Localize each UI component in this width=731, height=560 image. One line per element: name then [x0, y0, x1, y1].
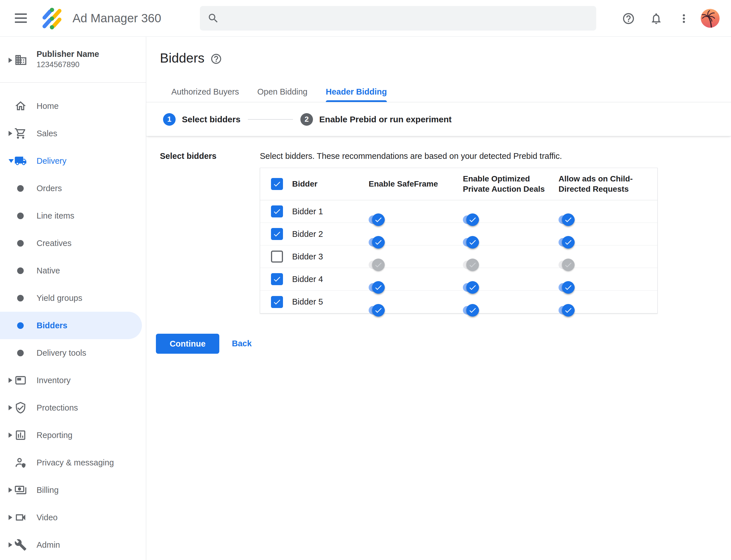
row-checkbox[interactable] [271, 273, 283, 285]
publisher-icon [14, 53, 27, 67]
row-checkbox[interactable] [271, 228, 283, 240]
column-header-optimized: Enable Optimized Private Auction Deals [463, 174, 558, 195]
app-bar: Ad Manager 360 [0, 0, 731, 37]
notifications-icon[interactable] [650, 12, 663, 25]
check-icon [374, 283, 382, 292]
check-icon [564, 306, 572, 315]
billing-icon [14, 484, 27, 496]
bullet-icon [17, 322, 24, 329]
sidebar-item-reporting[interactable]: Reporting [0, 421, 146, 449]
ad-manager-logo [41, 7, 63, 30]
check-icon [273, 230, 281, 238]
sidebar-item-inventory[interactable]: Inventory [0, 367, 146, 394]
row-checkbox[interactable] [271, 205, 283, 217]
search-icon [207, 12, 219, 24]
table-row: Bidder 2 [260, 223, 657, 245]
menu-icon[interactable] [15, 13, 27, 23]
check-icon [374, 238, 382, 247]
table-row: Bidder 1 [260, 200, 657, 223]
main-content: Bidders Authorized Buyers Open Bidding H… [146, 37, 731, 560]
table-header-row: Bidder Enable SafeFrame Enable Optimized… [260, 168, 657, 200]
nav-list: Home Sales Delivery Orders Line items Cr… [0, 92, 146, 559]
column-header-child-directed: Allow ads on Child-Directed Requests [558, 174, 657, 195]
stepper: 1 Select bidders 2 Enable Prebid or run … [146, 102, 731, 136]
sidebar-item-line-items[interactable]: Line items [0, 202, 146, 229]
home-icon [14, 100, 27, 112]
palm-tree-graphic [701, 9, 720, 28]
help-icon[interactable] [622, 12, 635, 25]
check-icon [468, 215, 477, 224]
check-icon [468, 306, 477, 315]
expand-arrow-icon [9, 405, 12, 410]
sidebar-item-sales[interactable]: Sales [0, 120, 146, 147]
expand-arrow-icon [9, 378, 12, 383]
sidebar-item-delivery[interactable]: Delivery [0, 147, 146, 175]
sidebar-item-creatives[interactable]: Creatives [0, 229, 146, 257]
tab-open-bidding[interactable]: Open Bidding [257, 87, 308, 102]
check-icon [374, 215, 382, 224]
search-bar[interactable] [200, 6, 596, 31]
sidebar-item-billing[interactable]: Billing [0, 476, 146, 504]
step-2-circle: 2 [301, 113, 313, 126]
tab-bar: Authorized Buyers Open Bidding Header Bi… [171, 87, 387, 102]
sidebar-item-protections[interactable]: Protections [0, 394, 146, 421]
step-1-label: Select bidders [182, 115, 241, 124]
tab-authorized-buyers[interactable]: Authorized Buyers [171, 87, 239, 102]
inventory-icon [14, 374, 27, 387]
continue-button[interactable]: Continue [156, 334, 219, 354]
step-2-label: Enable Prebid or run experiment [319, 115, 451, 124]
sidebar-item-video[interactable]: Video [0, 504, 146, 531]
bullet-icon [17, 295, 24, 301]
check-icon [374, 261, 382, 269]
delivery-icon [14, 155, 27, 167]
row-checkbox[interactable] [271, 296, 283, 308]
publisher-code: 1234567890 [37, 60, 79, 69]
check-icon [468, 283, 477, 292]
check-icon [564, 215, 572, 224]
publisher-switcher[interactable]: Publisher Name 1234567890 [0, 37, 146, 83]
admin-icon [14, 539, 27, 551]
check-icon [468, 261, 477, 269]
back-button[interactable]: Back [232, 339, 252, 348]
title-help-icon[interactable] [210, 53, 222, 65]
step-connector [248, 119, 293, 120]
bidder-name: Bidder 1 [292, 207, 323, 216]
sidebar-item-native[interactable]: Native [0, 257, 146, 284]
reporting-icon [14, 429, 27, 441]
app-title: Ad Manager 360 [73, 0, 161, 37]
sidebar-item-orders[interactable]: Orders [0, 175, 146, 202]
page-title: Bidders [160, 50, 205, 66]
header-checkbox[interactable] [271, 178, 283, 190]
bidder-name: Bidder 2 [292, 229, 323, 239]
sidebar-item-delivery-tools[interactable]: Delivery tools [0, 339, 146, 367]
more-icon[interactable] [677, 12, 690, 25]
expand-arrow-icon [9, 515, 12, 520]
bidders-table: Bidder Enable SafeFrame Enable Optimized… [260, 168, 658, 313]
check-icon [564, 238, 572, 247]
table-row: Bidder 4 [260, 268, 657, 291]
table-row: Bidder 3 [260, 245, 657, 268]
check-icon [273, 207, 281, 216]
check-icon [564, 283, 572, 292]
search-input[interactable] [226, 7, 596, 30]
expand-arrow-icon [9, 487, 12, 493]
sidebar: Publisher Name 1234567890 Home Sales Del… [0, 37, 146, 560]
sidebar-item-yield-groups[interactable]: Yield groups [0, 284, 146, 312]
row-checkbox[interactable] [271, 251, 283, 263]
bidder-name: Bidder 5 [292, 297, 323, 307]
sales-icon [14, 127, 27, 140]
column-header-safeframe: Enable SafeFrame [368, 179, 463, 189]
table-description: Select bidders. These recommendations ar… [260, 151, 562, 161]
sidebar-item-privacy-messaging[interactable]: Privacy & messaging [0, 449, 146, 476]
check-icon [564, 261, 572, 269]
tab-header-bidding[interactable]: Header Bidding [326, 87, 387, 102]
sidebar-item-bidders[interactable]: Bidders [0, 312, 142, 339]
sidebar-item-home[interactable]: Home [0, 92, 146, 120]
bullet-icon [17, 185, 24, 192]
column-header-bidder: Bidder [292, 179, 318, 189]
sidebar-item-admin[interactable]: Admin [0, 531, 146, 559]
check-icon [273, 180, 281, 188]
avatar[interactable] [701, 9, 720, 28]
section-label: Select bidders [160, 151, 217, 161]
protections-icon [14, 401, 27, 414]
